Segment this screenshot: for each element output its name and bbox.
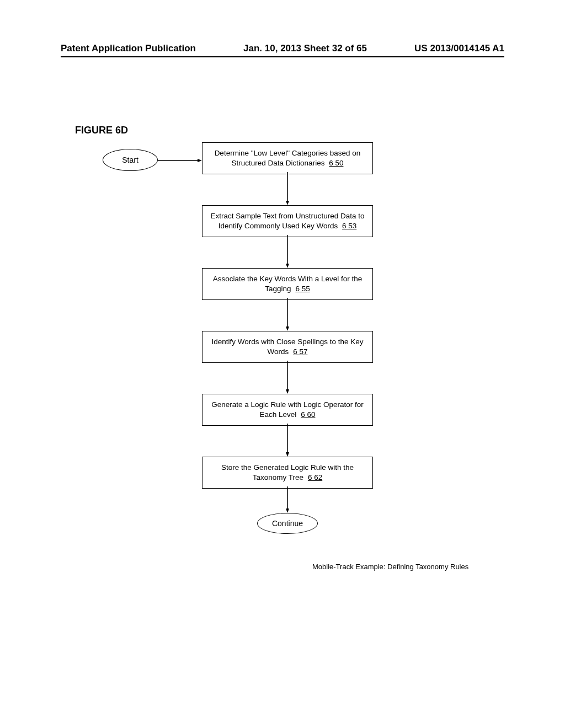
svg-marker-3 [286, 201, 289, 205]
step-ref: 6 55 [295, 285, 310, 293]
step-ref: 6 57 [293, 347, 307, 356]
svg-marker-11 [286, 452, 289, 457]
arrow-4-to-5 [286, 424, 289, 457]
start-label: Start [122, 156, 138, 164]
svg-marker-9 [286, 389, 289, 394]
step-box-2: Associate the Key Words With a Level for… [202, 268, 373, 300]
continue-terminal: Continue [257, 513, 318, 534]
step-box-0: Determine "Low Level" Categories based o… [202, 142, 373, 174]
svg-marker-7 [286, 326, 289, 331]
continue-label: Continue [272, 519, 303, 528]
figure-caption: Mobile-Track Example: Defining Taxonomy … [312, 563, 468, 571]
arrow-5-to-continue [286, 486, 289, 513]
step-text: Store the Generated Logic Rule with the … [221, 463, 354, 481]
step-box-1: Extract Sample Text from Unstructured Da… [202, 205, 373, 237]
header-center: Jan. 10, 2013 Sheet 32 of 65 [243, 43, 367, 54]
start-terminal: Start [103, 149, 158, 171]
arrow-2-to-3 [286, 298, 289, 331]
svg-marker-13 [286, 508, 289, 513]
step-text: Identify Words with Close Spellings to t… [211, 338, 363, 356]
step-text: Extract Sample Text from Unstructured Da… [211, 212, 365, 230]
arrow-start-to-step0 [158, 159, 202, 162]
step-box-4: Generate a Logic Rule with Logic Operato… [202, 394, 373, 426]
header-left: Patent Application Publication [61, 43, 196, 54]
arrow-3-to-4 [286, 361, 289, 394]
step-ref: 6 60 [301, 410, 315, 419]
arrow-0-to-1 [286, 172, 289, 205]
arrow-1-to-2 [286, 235, 289, 268]
step-box-3: Identify Words with Close Spellings to t… [202, 331, 373, 363]
page-header: Patent Application Publication Jan. 10, … [61, 43, 504, 57]
header-right: US 2013/0014145 A1 [414, 43, 504, 54]
svg-marker-5 [286, 264, 289, 268]
svg-marker-1 [198, 159, 202, 162]
step-ref: 6 50 [329, 159, 343, 167]
step-text: Associate the Key Words With a Level for… [213, 275, 363, 293]
step-box-5: Store the Generated Logic Rule with the … [202, 457, 373, 489]
figure-label: FIGURE 6D [75, 125, 128, 136]
step-ref: 6 53 [342, 222, 356, 230]
step-text: Generate a Logic Rule with Logic Operato… [211, 400, 363, 419]
step-ref: 6 62 [308, 473, 322, 481]
